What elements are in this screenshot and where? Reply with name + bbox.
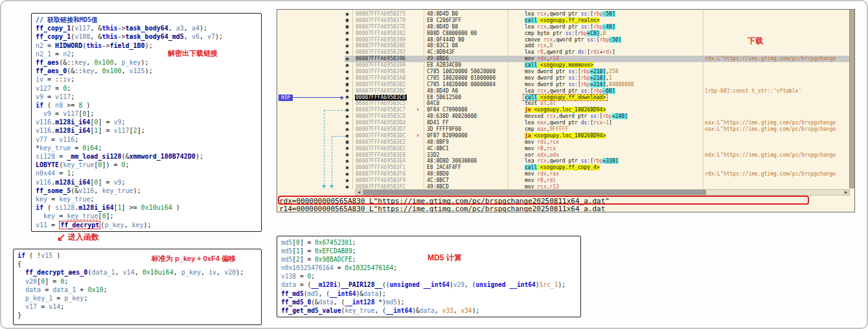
disasm-instruction[interactable]: cmove rcx,qword ptr ss:[rbp-50]: [525, 37, 621, 43]
code-line[interactable]: if ( n8 >= 8 ): [36, 101, 261, 109]
disasm-row[interactable]: 00007FFFA695B3F648:8BD0mov rdx,raxrdx:L"…: [277, 171, 850, 177]
breakpoint-dot-icon[interactable]: [346, 166, 348, 169]
disasm-row[interactable]: 00007FFFA695B3924C:8D043Flea r8,qword pt…: [277, 49, 850, 56]
breakpoint-dot-icon[interactable]: [346, 186, 348, 188]
code-line[interactable]: }: [17, 311, 261, 319]
code-line[interactable]: n0x44 = 1;: [36, 169, 261, 177]
code-line[interactable]: if ( si128.m128i_i64[1] >= 0x10ui64 ): [36, 203, 261, 212]
disasm-instruction[interactable]: lea r8,qword ptr ds:[rdi+rdi]: [525, 49, 615, 56]
disasm-instruction[interactable]: lea eax,qword ptr ds:[rcx-1]: [525, 120, 612, 126]
disasm-address[interactable]: 00007FFFA695B3E2: [356, 139, 405, 146]
vertical-scrollbar[interactable]: [849, 10, 854, 188]
scroll-right-icon[interactable]: ▶: [843, 190, 849, 195]
disasm-row[interactable]: 00007FFFA695B39EC785 10020000 58020000mo…: [277, 69, 850, 75]
code-line[interactable]: v138 = 0;: [281, 272, 580, 280]
breakpoint-dot-icon[interactable]: [346, 173, 348, 176]
disasm-instruction[interactable]: call <sogoupy.memmove>: [525, 62, 593, 69]
disasm-row[interactable]: 00007FFFA695B382808D C8000000 00cmp byte…: [277, 30, 850, 37]
breakpoint-dot-icon[interactable]: [346, 45, 348, 47]
disasm-instruction[interactable]: mov dword ptr ss:[rbp+214],84000000: [525, 82, 634, 88]
disasm-instruction[interactable]: lea rcx,qword ptr ss:[rbp-48]: [525, 24, 615, 30]
disasm-row[interactable]: 00007FFFA695B3CD48:638D 40020000movsxd r…: [277, 113, 850, 120]
breakpoint-dot-icon[interactable]: [346, 179, 348, 182]
disasm-row[interactable]: 00007FFFA695B38948:0F444D B0cmove rcx,qw…: [277, 37, 850, 43]
disasm-address[interactable]: 00007FFFA695B3A8: [356, 75, 405, 82]
disasm-address[interactable]: 00007FFFA695B3FC: [356, 184, 405, 188]
code-line[interactable]: ff_aes(&::key, 0x100, p_key);: [36, 58, 261, 67]
breakpoint-dot-icon[interactable]: [346, 141, 348, 143]
disasm-instruction[interactable]: mov dword ptr ss:[rbp+218],1: [525, 75, 612, 82]
code-line[interactable]: v127 = 0;: [36, 84, 261, 93]
disasm-row[interactable]: 00007FFFA695B3C0E8 5B612500call <sogoupy…: [277, 95, 850, 101]
breakpoint-dot-icon[interactable]: [346, 160, 348, 163]
disasm-address[interactable]: 00007FFFA695B3E8: [356, 152, 405, 159]
code-line[interactable]: data = data_1 + 0x10;: [17, 286, 261, 294]
disasm-address[interactable]: 00007FFFA695B392: [356, 49, 405, 56]
breakpoint-dot-icon[interactable]: [346, 51, 348, 54]
disasm-row[interactable]: 00007FFFA695B3EA48:8D8D 30030000lea rcx,…: [277, 158, 850, 164]
breakpoint-dot-icon[interactable]: [346, 71, 348, 73]
disasm-instruction[interactable]: ja <sogoupy.loc_18026BD94>: [525, 133, 606, 139]
code-line[interactable]: p_key_1 = p_key;: [17, 294, 261, 302]
disasm-instruction[interactable]: lea rcx,qword ptr ss:[rbp-50]: [525, 11, 615, 17]
code-line[interactable]: ff_aes_0(&::key, 0x100, v125);: [36, 67, 261, 75]
disasm-instruction[interactable]: mov rdx,rax: [525, 171, 559, 177]
breakpoint-dot-icon[interactable]: [346, 115, 348, 118]
disasm-address[interactable]: 00007FFFA695B3E5: [356, 146, 405, 152]
code-line[interactable]: n0x10325476164 = 0x10325476164;: [281, 264, 580, 272]
disasm-row[interactable]: 00007FFFA695B3C584C0test al,al: [277, 100, 850, 107]
breakpoint-dot-icon[interactable]: [346, 147, 348, 150]
disasm-row[interactable]: 00007FFFA695B3C70F84 C7090000∨je <sogoup…: [277, 107, 850, 113]
scroll-left-icon[interactable]: ◀: [356, 190, 362, 195]
disasm-row[interactable]: 00007FFFA695B3B2C785 14020000 00000084mo…: [277, 82, 850, 88]
disasm-instruction[interactable]: mov rcx,r13: [525, 184, 559, 188]
code-line[interactable]: key = key_true[0];: [36, 212, 261, 220]
disasm-address[interactable]: 00007FFFA695B3C5: [356, 100, 405, 107]
breakpoint-dot-icon[interactable]: [346, 128, 348, 131]
disasm-instruction[interactable]: mov rdx,r14: [525, 56, 559, 62]
code-line[interactable]: ff_copy_1(v108, &this->task_body64_md5, …: [36, 32, 261, 41]
code-line[interactable]: v116.m128i_i64[0] = v9;: [36, 118, 261, 126]
disasm-address[interactable]: 00007FFFA695B3CD: [356, 113, 405, 120]
breakpoint-dot-icon[interactable]: [346, 13, 348, 16]
code-line[interactable]: key = key_true;: [36, 195, 261, 203]
breakpoint-dot-icon[interactable]: [346, 83, 348, 85]
disasm-row[interactable]: 00007FFFA695B399E8 A2B34C00call <sogoupy…: [277, 62, 850, 69]
code-line[interactable]: v77 = v116;: [36, 135, 261, 144]
disasm-address[interactable]: 00007FFFA695B3F6: [356, 171, 405, 177]
disasm-row[interactable]: 00007FFFA695B3E833D2xor edx,edxedx:L"htt…: [277, 152, 850, 159]
disasm-address[interactable]: 00007FFFA695B3BC: [356, 88, 405, 95]
breakpoint-dot-icon[interactable]: [346, 89, 348, 92]
code-line[interactable]: md5[0] = 0x67452301;: [281, 238, 580, 247]
disasm-instruction[interactable]: mov dword ptr ss:[rbp+210],258: [525, 69, 619, 75]
disasm-instruction[interactable]: add rcx,8: [525, 43, 553, 49]
disasm-row[interactable]: 00007FFFA695B37E48:8D4D B8lea rcx,qword …: [277, 24, 850, 30]
code-line[interactable]: n2 = HIDWORD(this->field_1B0);: [36, 41, 261, 50]
disasm-address[interactable]: 00007FFFA695B3F1: [356, 164, 405, 171]
breakpoint-dot-icon[interactable]: [346, 32, 348, 34]
code-line[interactable]: v9 = v117;: [36, 93, 261, 101]
code-line[interactable]: ff_decrypt_aes_0(data_1, v14, 0x10ui64, …: [17, 268, 261, 277]
disasm-address[interactable]: 00007FFFA695B3C7: [356, 107, 405, 113]
disasm-row[interactable]: 00007FFFA695B39649:8BD6mov rdx,r14rdx:L"…: [277, 56, 850, 62]
code-line[interactable]: iv = ::iv;: [36, 75, 261, 84]
disasm-instruction[interactable]: xor edx,edx: [525, 152, 559, 159]
breakpoint-dot-icon[interactable]: [346, 102, 348, 105]
breakpoint-dot-icon[interactable]: [346, 19, 348, 21]
code-line[interactable]: LOBYTE(key_true[0]) = 0;: [36, 161, 261, 169]
breakpoint-dot-icon[interactable]: [346, 58, 348, 60]
code-line[interactable]: v17 = v14;: [17, 302, 261, 311]
breakpoint-dot-icon[interactable]: [346, 64, 348, 67]
disasm-address[interactable]: 00007FFFA695B37E: [356, 24, 405, 30]
disasm-row[interactable]: 00007FFFA695B3DC0F87 B2090000∨ja <sogoup…: [277, 133, 850, 139]
disasm-address[interactable]: 00007FFFA695B39E: [356, 69, 405, 75]
disasm-row[interactable]: 00007FFFA695B3D48D41 FFlea eax,qword ptr…: [277, 120, 850, 126]
code-line[interactable]: ff_md5_0(&data, (__int128 *)md5);: [281, 298, 580, 306]
disasm-address[interactable]: 00007FFFA695B382: [356, 30, 405, 37]
disasm-address[interactable]: 00007FFFA695B38E: [356, 43, 405, 49]
disasm-address[interactable]: 00007FFFA695B3F9: [356, 177, 405, 184]
disasm-address[interactable]: 00007FFFA695B3DC: [356, 133, 405, 139]
disasm-row[interactable]: 00007FFFA695B3FC49:8BCDmov rcx,r13: [277, 184, 850, 188]
code-line[interactable]: *key_true = 0i64;: [36, 144, 261, 152]
breakpoint-dot-icon[interactable]: [346, 109, 348, 111]
